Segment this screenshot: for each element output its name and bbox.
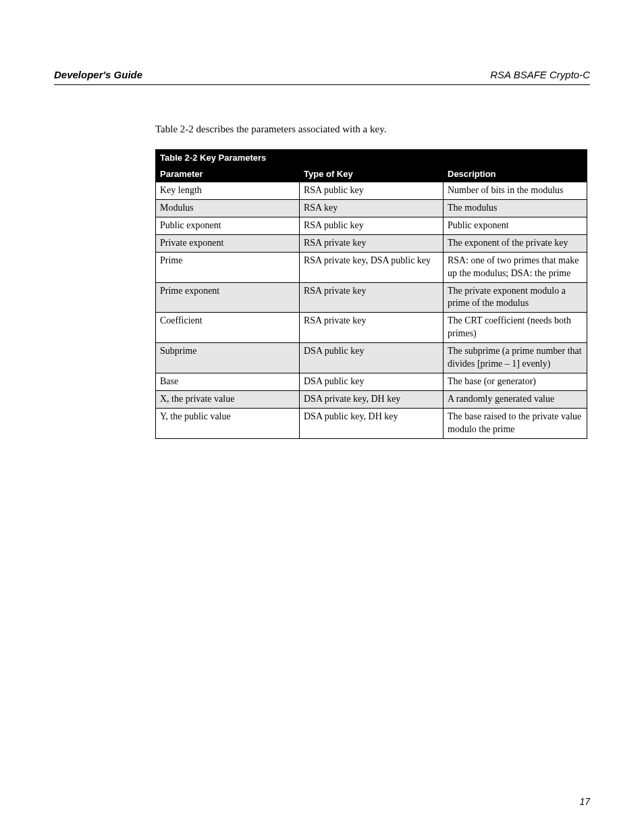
cell-type: RSA private key	[300, 234, 444, 252]
cell-parameter: Base	[156, 373, 300, 390]
cell-type: RSA private key	[300, 282, 444, 313]
table-row: Base DSA public key The base (or generat…	[156, 373, 587, 390]
cell-description: The private exponent modulo a prime of t…	[444, 282, 587, 313]
cell-parameter: Modulus	[156, 200, 300, 217]
table-row: Key length RSA public key Number of bits…	[156, 182, 587, 200]
table-row: Y, the public value DSA public key, DH k…	[156, 408, 587, 438]
table-row: Coefficient RSA private key The CRT coef…	[156, 313, 587, 343]
cell-type: RSA public key	[300, 217, 444, 235]
cell-type: DSA public key, DH key	[300, 408, 444, 438]
cell-type: RSA key	[300, 200, 444, 217]
cell-parameter: Private exponent	[156, 234, 300, 252]
table-row: Prime exponent RSA private key The priva…	[156, 282, 587, 313]
cell-type: RSA private key, DSA public key	[300, 252, 444, 282]
table-body: Key length RSA public key Number of bits…	[156, 182, 587, 438]
table-caption-label: Table 2-2	[160, 153, 197, 163]
parameters-table-wrap: Table 2-2 Key Parameters Parameter Type …	[155, 149, 590, 438]
table-row: X, the private value DSA private key, DH…	[156, 390, 587, 408]
page-header: Developer's Guide RSA BSAFE Crypto-C	[54, 47, 590, 85]
cell-parameter: Public exponent	[156, 217, 300, 235]
cell-type: DSA private key, DH key	[300, 390, 444, 408]
col-header-description: Description	[444, 166, 587, 182]
cell-type: RSA public key	[300, 182, 444, 200]
cell-parameter: Y, the public value	[156, 408, 300, 438]
col-header-type: Type of Key	[300, 166, 444, 182]
table-row: Modulus RSA key The modulus	[156, 200, 587, 217]
col-header-parameter: Parameter	[156, 166, 300, 182]
table-caption-row: Table 2-2 Key Parameters	[156, 150, 587, 166]
table-header-row: Parameter Type of Key Description	[156, 166, 587, 182]
cell-description: The subprime (a prime number that divide…	[444, 343, 587, 373]
cell-description: A randomly generated value	[444, 390, 587, 408]
cell-description: The exponent of the private key	[444, 234, 587, 252]
cell-parameter: Subprime	[156, 343, 300, 373]
cell-parameter: Prime exponent	[156, 282, 300, 313]
cell-description: Public exponent	[444, 217, 587, 235]
header-right: RSA BSAFE Crypto-C	[490, 69, 590, 80]
cell-description: The base raised to the private value mod…	[444, 408, 587, 438]
table-row: Private exponent RSA private key The exp…	[156, 234, 587, 252]
table-row: Public exponent RSA public key Public ex…	[156, 217, 587, 235]
page-number: 17	[579, 796, 590, 807]
cell-parameter: Coefficient	[156, 313, 300, 343]
cell-type: RSA private key	[300, 313, 444, 343]
intro-paragraph: Table 2-2 describes the parameters assoc…	[155, 122, 590, 136]
cell-parameter: X, the private value	[156, 390, 300, 408]
parameters-table: Table 2-2 Key Parameters Parameter Type …	[155, 149, 587, 438]
cell-type: DSA public key	[300, 343, 444, 373]
cell-type: DSA public key	[300, 373, 444, 390]
cell-parameter: Key length	[156, 182, 300, 200]
table-row: Prime RSA private key, DSA public key RS…	[156, 252, 587, 282]
cell-parameter: Prime	[156, 252, 300, 282]
header-left: Developer's Guide	[54, 69, 142, 80]
cell-description: RSA: one of two primes that make up the …	[444, 252, 587, 282]
table-row: Subprime DSA public key The subprime (a …	[156, 343, 587, 373]
cell-description: The CRT coefficient (needs both primes)	[444, 313, 587, 343]
cell-description: The modulus	[444, 200, 587, 217]
table-caption: Table 2-2 Key Parameters	[156, 150, 587, 166]
page: Developer's Guide RSA BSAFE Crypto-C Tab…	[0, 0, 644, 834]
cell-description: The base (or generator)	[444, 373, 587, 390]
cell-description: Number of bits in the modulus	[444, 182, 587, 200]
table-caption-title: Key Parameters	[200, 153, 266, 163]
